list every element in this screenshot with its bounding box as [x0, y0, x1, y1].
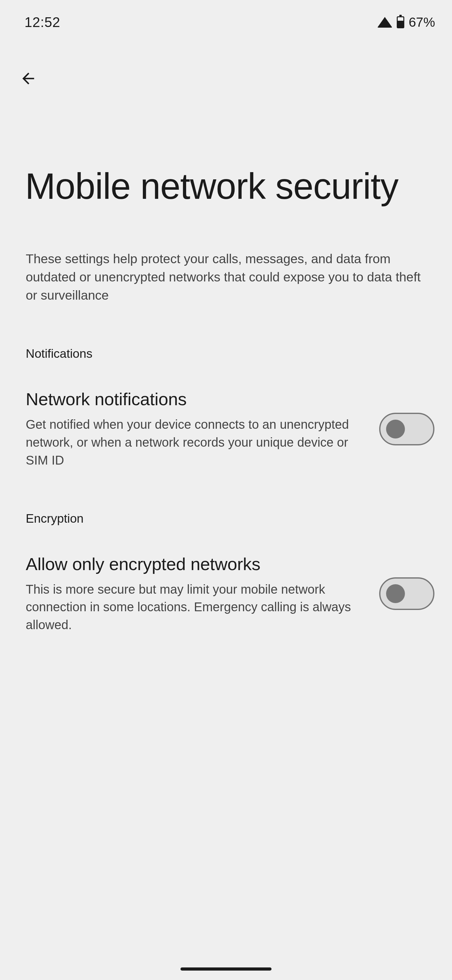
setting-text: Allow only encrypted networks This is mo…: [26, 554, 366, 634]
setting-network-notifications[interactable]: Network notifications Get notified when …: [0, 361, 452, 469]
setting-title: Network notifications: [26, 389, 366, 409]
allow-only-encrypted-toggle[interactable]: [379, 578, 435, 610]
battery-icon: [397, 16, 404, 28]
navigation-pill[interactable]: [181, 967, 271, 970]
setting-allow-only-encrypted[interactable]: Allow only encrypted networks This is mo…: [0, 525, 452, 634]
toggle-thumb: [386, 420, 405, 439]
status-right: 67%: [377, 15, 435, 30]
status-bar: 12:52 67%: [0, 0, 452, 35]
wifi-icon: [377, 17, 392, 28]
app-bar: [0, 35, 452, 92]
page-title: Mobile network security: [0, 92, 452, 209]
setting-description: This is more secure but may limit your m…: [26, 581, 366, 634]
section-header-encryption: Encryption: [0, 469, 452, 525]
section-header-notifications: Notifications: [0, 304, 452, 361]
status-time: 12:52: [24, 14, 60, 30]
network-notifications-toggle[interactable]: [379, 413, 435, 445]
page-description: These settings help protect your calls, …: [0, 209, 452, 305]
back-button[interactable]: [16, 66, 41, 92]
setting-text: Network notifications Get notified when …: [26, 389, 366, 469]
setting-title: Allow only encrypted networks: [26, 554, 366, 574]
battery-percentage: 67%: [409, 15, 435, 30]
toggle-thumb: [386, 584, 405, 603]
arrow-back-icon: [19, 70, 37, 88]
setting-description: Get notified when your device connects t…: [26, 415, 366, 469]
